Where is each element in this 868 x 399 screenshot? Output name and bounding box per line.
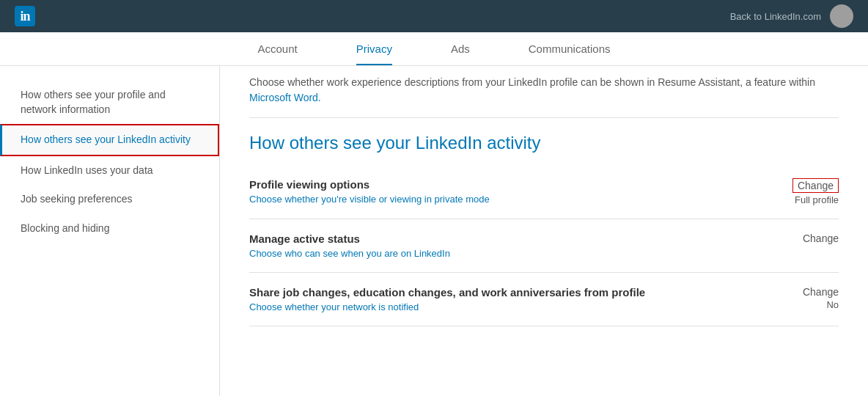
sidebar-item-linkedin-data[interactable]: How LinkedIn uses your data xyxy=(0,156,219,186)
sidebar-item-profile-network[interactable]: How others see your profile and network … xyxy=(0,81,219,124)
setting-actions-profile-viewing: Change Full profile xyxy=(780,178,839,205)
avatar[interactable] xyxy=(830,4,853,28)
back-to-linkedin-link[interactable]: Back to LinkedIn.com xyxy=(730,11,821,22)
setting-title-profile-viewing: Profile viewing options xyxy=(249,178,780,191)
header-left: in xyxy=(15,6,35,26)
setting-actions-active-status: Change xyxy=(780,233,839,244)
section-title: How others see your LinkedIn activity xyxy=(249,118,839,165)
tab-privacy[interactable]: Privacy xyxy=(356,43,392,65)
microsoft-word-link[interactable]: Microsoft Word. xyxy=(249,92,321,103)
change-button-share-job-changes[interactable]: Change xyxy=(803,286,839,298)
sidebar-item-job-seeking[interactable]: Job seeking preferences xyxy=(0,185,219,214)
main-content: Choose whether work experience descripti… xyxy=(220,66,868,396)
sidebar: How others see your profile and network … xyxy=(0,66,220,396)
tab-communications[interactable]: Communications xyxy=(529,43,611,65)
header-right: Back to LinkedIn.com xyxy=(730,4,853,28)
header: in Back to LinkedIn.com xyxy=(0,0,868,32)
sidebar-item-blocking[interactable]: Blocking and hiding xyxy=(0,214,219,244)
setting-row-active-status: Manage active status Choose who can see … xyxy=(249,219,839,273)
setting-row-profile-viewing: Profile viewing options Choose whether y… xyxy=(249,165,839,219)
tab-account[interactable]: Account xyxy=(258,43,298,65)
setting-title-active-status: Manage active status xyxy=(249,233,780,245)
setting-actions-share-job-changes: Change No xyxy=(780,286,839,310)
setting-row-share-job-changes: Share job changes, education changes, an… xyxy=(249,273,839,326)
change-button-active-status[interactable]: Change xyxy=(803,233,839,244)
tab-ads[interactable]: Ads xyxy=(451,43,470,65)
linkedin-logo-icon: in xyxy=(15,6,35,26)
setting-subvalue-profile-viewing: Full profile xyxy=(795,194,839,205)
setting-subvalue-share-job-changes: No xyxy=(826,299,839,310)
nav-tabs: Account Privacy Ads Communications xyxy=(0,32,868,66)
change-button-profile-viewing[interactable]: Change xyxy=(792,178,839,193)
layout: How others see your profile and network … xyxy=(0,66,868,396)
setting-desc-profile-viewing: Choose whether you're visible or viewing… xyxy=(249,194,780,205)
setting-info-share-job-changes: Share job changes, education changes, an… xyxy=(249,286,780,312)
setting-desc-share-job-changes: Choose whether your network is notified xyxy=(249,301,780,312)
setting-info-active-status: Manage active status Choose who can see … xyxy=(249,233,780,259)
top-description-text: Choose whether work experience descripti… xyxy=(249,76,815,88)
sidebar-item-linkedin-activity[interactable]: How others see your LinkedIn activity xyxy=(0,124,219,156)
top-description: Choose whether work experience descripti… xyxy=(249,66,839,118)
setting-info-profile-viewing: Profile viewing options Choose whether y… xyxy=(249,178,780,205)
setting-title-share-job-changes: Share job changes, education changes, an… xyxy=(249,286,780,299)
setting-desc-active-status: Choose who can see when you are on Linke… xyxy=(249,248,780,259)
